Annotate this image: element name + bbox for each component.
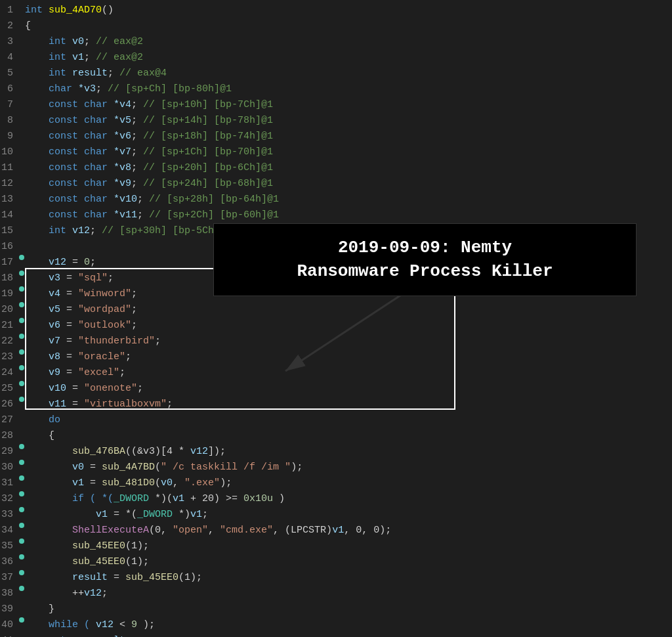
line-content: { [25,428,672,444]
line-content: ShellExecuteA(0, "open", "cmd.exe", (LPC… [25,523,672,538]
line-number: 10 [0,144,18,160]
line-content: v7 = "thunderbird"; [25,334,672,349]
code-line: 4 int v1; // eax@2 [0,50,672,66]
line-dot [18,507,25,512]
line-number: 8 [0,113,18,129]
code-line: 11 const char *v8; // [sp+20h] [bp-6Ch]@… [0,160,672,176]
line-number: 21 [0,318,18,334]
line-content: v9 = "excel"; [25,365,672,381]
line-content: do [25,412,672,428]
code-line: 27 do [0,412,672,428]
code-line: 41 return result; [0,633,672,637]
line-number: 16 [0,239,18,255]
line-content: } [25,602,672,617]
line-dot [18,271,25,276]
line-content: const char *v4; // [sp+10h] [bp-7Ch]@1 [25,97,672,113]
line-dot [18,617,25,623]
line-dot [18,444,25,449]
line-content: ++v12; [25,586,672,602]
line-number: 12 [0,176,18,192]
line-content: v0 = sub_4A7BD(" /c taskkill /f /im "); [25,460,672,475]
line-number: 11 [0,160,18,176]
code-line: 25 v10 = "onenote"; [0,381,672,397]
line-content: while ( v12 < 9 ); [25,617,672,633]
line-number: 6 [0,81,18,97]
line-number: 13 [0,192,18,208]
line-number: 37 [0,570,18,586]
line-number: 33 [0,507,18,523]
code-line: 10 const char *v7; // [sp+1Ch] [bp-70h]@… [0,144,672,160]
line-dot [18,538,25,544]
line-number: 35 [0,538,18,554]
line-content: v1 = *(_DWORD *)v1; [25,507,672,523]
line-number: 18 [0,271,18,286]
code-line: 36 sub_45EE0(1); [0,554,672,570]
line-number: 2 [0,18,18,34]
line-dot [18,302,25,307]
line-content: const char *v10; // [sp+28h] [bp-64h]@1 [25,192,672,208]
line-number: 39 [0,602,18,617]
line-content: return result; [25,633,672,637]
line-dot [18,491,25,496]
line-dot [18,570,25,575]
line-dot [18,255,25,260]
line-number: 23 [0,349,18,365]
line-dot [18,318,25,323]
line-dot [18,397,25,402]
line-number: 4 [0,50,18,66]
line-content: sub_476BA((&v3)[4 * v12]); [25,444,672,460]
code-line: 21 v6 = "outlook"; [0,318,672,334]
line-content: v8 = "oracle"; [25,349,672,365]
line-number: 1 [0,3,18,18]
code-line: 33 v1 = *(_DWORD *)v1; [0,507,672,523]
code-line: 37 result = sub_45EE0(1); [0,570,672,586]
line-number: 41 [0,633,18,637]
line-content: const char *v7; // [sp+1Ch] [bp-70h]@1 [25,144,672,160]
code-line: 40 while ( v12 < 9 ); [0,617,672,633]
code-line: 30 v0 = sub_4A7BD(" /c taskkill /f /im "… [0,460,672,475]
line-dot [18,349,25,355]
line-content: v1 = sub_481D0(v0, ".exe"); [25,475,672,491]
annotation-title-line1: 2019-09-09: Nemty [230,236,620,259]
line-number: 9 [0,129,18,144]
code-line: 7 const char *v4; // [sp+10h] [bp-7Ch]@1 [0,97,672,113]
line-dot [18,586,25,591]
line-content: sub_45EE0(1); [25,554,672,570]
line-dot [18,523,25,528]
code-line: 39 } [0,602,672,617]
line-content: const char *v8; // [sp+20h] [bp-6Ch]@1 [25,160,672,176]
line-dot [18,554,25,560]
line-dot [18,334,25,339]
annotation-overlay: 2019-09-09: Nemty Ransomware Process Kil… [213,223,637,296]
code-line: 2{ [0,18,672,34]
code-line: 35 sub_45EE0(1); [0,538,672,554]
line-content: int sub_4AD70() [25,3,672,18]
code-line: 1int sub_4AD70() [0,3,672,18]
code-line: 29 sub_476BA((&v3)[4 * v12]); [0,444,672,460]
line-number: 25 [0,381,18,397]
line-number: 19 [0,286,18,302]
line-content: int result; // eax@4 [25,66,672,81]
line-number: 15 [0,223,18,239]
line-content: const char *v9; // [sp+24h] [bp-68h]@1 [25,176,672,192]
line-number: 28 [0,428,18,444]
line-number: 24 [0,365,18,381]
code-line: 12 const char *v9; // [sp+24h] [bp-68h]@… [0,176,672,192]
line-content: sub_45EE0(1); [25,538,672,554]
line-number: 40 [0,617,18,633]
line-content: const char *v6; // [sp+18h] [bp-74h]@1 [25,129,672,144]
line-dot [18,475,25,481]
code-line: 14 const char *v11; // [sp+2Ch] [bp-60h]… [0,208,672,223]
code-line: 28 { [0,428,672,444]
line-number: 27 [0,412,18,428]
line-number: 36 [0,554,18,570]
code-line: 24 v9 = "excel"; [0,365,672,381]
line-content: v5 = "wordpad"; [25,302,672,318]
code-line: 8 const char *v5; // [sp+14h] [bp-78h]@1 [0,113,672,129]
line-content: v6 = "outlook"; [25,318,672,334]
line-content: int v0; // eax@2 [25,34,672,50]
code-line: 32 if ( *(_DWORD *)(v1 + 20) >= 0x10u ) [0,491,672,507]
line-number: 17 [0,255,18,271]
code-line: 13 const char *v10; // [sp+28h] [bp-64h]… [0,192,672,208]
annotation-title-line2: Ransomware Process Killer [230,259,620,283]
